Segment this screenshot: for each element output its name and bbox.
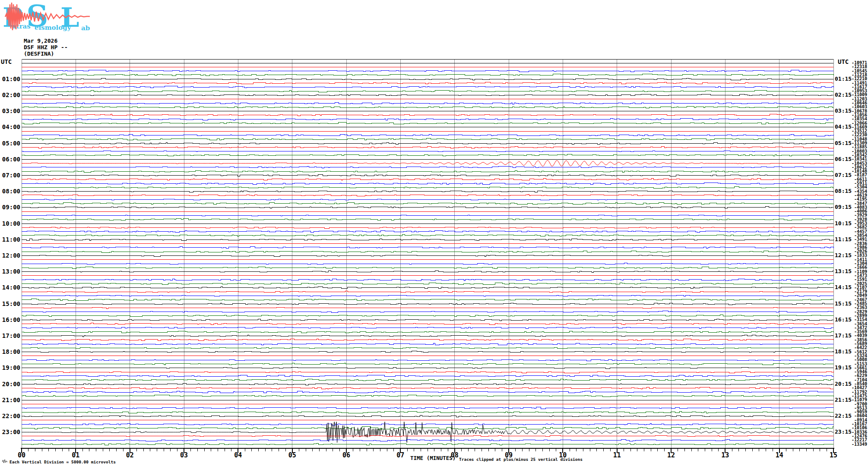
trace-row bbox=[22, 195, 833, 196]
trace-row bbox=[22, 299, 833, 301]
mini-waveform-icon bbox=[2, 459, 8, 463]
clip-note: Traces clipped at plus/minus 25 vertical… bbox=[459, 457, 583, 462]
trace-row bbox=[22, 74, 833, 76]
trace-row bbox=[22, 161, 833, 167]
minute-label: 15 bbox=[827, 452, 840, 459]
trace-row bbox=[22, 323, 833, 325]
hour-label-left: 19:00 bbox=[0, 365, 20, 371]
hour-label-left: 04:00 bbox=[0, 124, 20, 130]
trace-row bbox=[22, 426, 833, 430]
trace-row bbox=[22, 383, 833, 385]
trace-row bbox=[22, 151, 833, 152]
trace-row bbox=[22, 170, 833, 172]
minute-label: 05 bbox=[285, 452, 299, 459]
trace-row bbox=[22, 227, 833, 228]
minute-label: 06 bbox=[339, 452, 353, 459]
trace-row bbox=[22, 379, 833, 381]
trace-row bbox=[22, 235, 833, 236]
trace-row bbox=[22, 283, 833, 285]
hour-label-left: 01:00 bbox=[0, 76, 20, 82]
trace-row bbox=[22, 186, 833, 188]
trace-row bbox=[22, 102, 833, 104]
trace-row bbox=[22, 422, 833, 443]
trace-row bbox=[22, 271, 833, 273]
trace-row bbox=[22, 415, 833, 417]
trace-row bbox=[22, 279, 833, 280]
minute-label: 02 bbox=[123, 452, 137, 459]
hour-label-left: 06:00 bbox=[0, 156, 20, 162]
trace-row bbox=[22, 203, 833, 205]
trace-row bbox=[22, 343, 833, 345]
trace-row bbox=[22, 335, 833, 337]
helicorder-plot bbox=[0, 0, 868, 466]
trace-row bbox=[22, 444, 833, 445]
trace-row bbox=[22, 199, 833, 200]
trace-row bbox=[22, 215, 833, 216]
hour-label-left: 12:00 bbox=[0, 252, 20, 258]
trace-row bbox=[22, 114, 833, 116]
hour-label-left: 21:00 bbox=[0, 397, 20, 403]
hour-label-left: 15:00 bbox=[0, 301, 20, 307]
minute-label: 03 bbox=[177, 452, 191, 459]
minute-label: 04 bbox=[231, 452, 245, 459]
trace-row bbox=[22, 142, 833, 144]
hour-label-left: 16:00 bbox=[0, 317, 20, 323]
hour-label-left: 09:00 bbox=[0, 204, 20, 210]
plot-border bbox=[21, 59, 834, 448]
hour-label-left: 20:00 bbox=[0, 381, 20, 387]
trace-row bbox=[22, 118, 833, 120]
trace-row bbox=[22, 82, 833, 84]
trace-row bbox=[22, 436, 833, 437]
minute-label: 00 bbox=[15, 452, 29, 459]
trace-row bbox=[22, 174, 833, 176]
minute-label: 14 bbox=[773, 452, 786, 459]
webicorder-page: P S L atras eismology ab Mar 9,2026 DSF … bbox=[0, 0, 868, 466]
scale-note: Each Vertical Division = 5000.00 microvo… bbox=[10, 460, 116, 464]
x-axis-title: TIME (MINUTES) bbox=[410, 456, 456, 461]
trace-row bbox=[22, 295, 833, 296]
hour-label-left: 11:00 bbox=[0, 236, 20, 242]
trace-row bbox=[22, 303, 833, 305]
trace-row bbox=[22, 191, 833, 192]
trace-row bbox=[22, 347, 833, 348]
trace-row bbox=[22, 387, 833, 389]
trace-row bbox=[22, 319, 833, 321]
hour-label-left: 10:00 bbox=[0, 220, 20, 227]
trace-row bbox=[22, 251, 833, 252]
hour-label-left: 07:00 bbox=[0, 172, 20, 178]
trace-row bbox=[22, 291, 833, 292]
trace-row bbox=[22, 327, 833, 329]
trace-row bbox=[22, 411, 833, 413]
trace-row bbox=[22, 359, 833, 361]
trace-row bbox=[22, 207, 833, 208]
hour-label-left: 03:00 bbox=[0, 108, 20, 114]
hour-label-left: 18:00 bbox=[0, 349, 20, 355]
minute-label: 11 bbox=[610, 452, 624, 459]
trace-row bbox=[22, 391, 833, 393]
trace-row bbox=[22, 134, 833, 136]
trace-row bbox=[22, 375, 833, 377]
trace-row bbox=[22, 94, 833, 95]
trace-row bbox=[22, 123, 833, 124]
hour-label-left: 08:00 bbox=[0, 188, 20, 194]
trace-row bbox=[22, 407, 833, 409]
trace-row bbox=[22, 86, 833, 88]
trace-row bbox=[22, 351, 833, 353]
trace-row bbox=[22, 179, 833, 180]
trace-row bbox=[22, 368, 833, 369]
trace-row bbox=[22, 315, 833, 317]
trace-offset-value: -13349 bbox=[848, 442, 867, 447]
hour-label-left: 05:00 bbox=[0, 140, 20, 146]
trace-row bbox=[22, 287, 833, 289]
minute-label: 12 bbox=[664, 452, 678, 459]
trace-row bbox=[22, 255, 833, 256]
axis-ticks bbox=[22, 448, 833, 453]
trace-row bbox=[22, 219, 833, 220]
trace-row bbox=[22, 363, 833, 365]
trace-row bbox=[22, 339, 833, 341]
hour-label-left: 22:00 bbox=[0, 413, 20, 419]
trace-row bbox=[22, 239, 833, 240]
trace-row bbox=[22, 307, 833, 309]
trace-row bbox=[22, 247, 833, 249]
hour-label-left: 23:00 bbox=[0, 429, 20, 435]
